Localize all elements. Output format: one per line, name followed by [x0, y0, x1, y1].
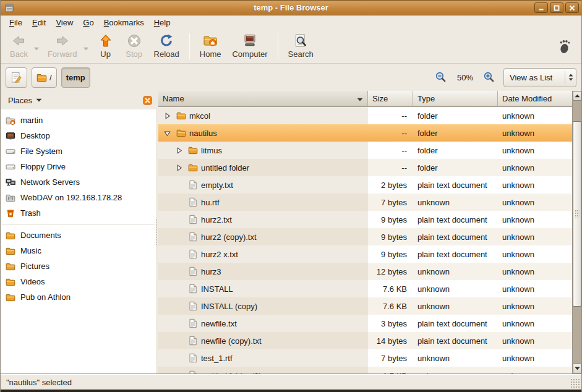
maximize-button[interactable]: [550, 2, 563, 13]
search-icon: [293, 33, 308, 48]
sidebar-item-pub-on-athlon[interactable]: Pub on Athlon: [1, 289, 156, 305]
zoom-out-button[interactable]: [435, 71, 447, 83]
file-row-untitled-folder[interactable]: untitled folder--folderunknown: [158, 159, 572, 176]
column-header-size[interactable]: Size: [368, 91, 413, 107]
close-sidebar-button[interactable]: [143, 96, 152, 105]
sidebar-item-webdav-on-192-168-178-28[interactable]: WebDAV on 192.168.178.28: [1, 190, 156, 205]
sidebar-item-label: File System: [20, 147, 62, 156]
file-row-hu-rtf[interactable]: hu.rtf7 bytesunknownunknown: [158, 194, 572, 211]
reload-icon: [159, 33, 174, 48]
file-row-hurz2-copy-txt[interactable]: hurz2 (copy).txt9 bytesplain text docume…: [158, 228, 572, 245]
menu-help[interactable]: Help: [149, 17, 176, 28]
trash-icon: [6, 208, 15, 218]
places-selector[interactable]: Places: [4, 95, 46, 106]
zoom-level: 50%: [451, 73, 479, 82]
arrow-up-icon: [575, 94, 580, 98]
minimize-button[interactable]: [534, 2, 548, 13]
sidebar-item-desktop[interactable]: Desktop: [1, 128, 156, 143]
file-row-install-copy-[interactable]: INSTALL (copy)7.6 KBunknownunknown: [158, 297, 572, 315]
menu-edit[interactable]: Edit: [27, 17, 51, 28]
up-button[interactable]: Up: [92, 31, 120, 61]
menu-file[interactable]: File: [4, 17, 27, 28]
scroll-down-button[interactable]: [573, 364, 581, 373]
expander-expanded-icon[interactable]: [161, 129, 173, 137]
close-button[interactable]: [565, 2, 579, 13]
file-row-install[interactable]: INSTALL7.6 KBunknownunknown: [158, 280, 572, 297]
search-button[interactable]: Search: [283, 31, 319, 61]
up-icon: [98, 33, 113, 48]
file-date-modified: unknown: [498, 194, 572, 211]
statusbar: "nautilus" selected: [1, 374, 581, 390]
computer-icon: [242, 33, 257, 48]
splitter-grip: [156, 219, 158, 246]
sidebar-item-label: Desktop: [20, 131, 50, 140]
sidebar-item-martin[interactable]: martin: [1, 113, 156, 128]
file-size: --: [368, 124, 413, 142]
menu-view[interactable]: View: [51, 17, 78, 28]
sidebar-item-documents[interactable]: Documents: [1, 228, 156, 243]
file-row-nautilus[interactable]: nautilus--folderunknown: [158, 124, 572, 142]
file-date-modified: unknown: [498, 211, 572, 228]
file-size: 9 bytes: [368, 245, 413, 263]
titlebar[interactable]: temp - File Browser: [1, 0, 581, 15]
column-header-type[interactable]: Type: [413, 91, 498, 107]
vertical-scrollbar[interactable]: [572, 91, 581, 373]
sidebar-item-network-servers[interactable]: Network Servers: [1, 174, 156, 190]
file-row-mkcol[interactable]: mkcol--folderunknown: [158, 107, 572, 124]
edit-location-button[interactable]: [6, 67, 27, 88]
file-type: folder: [413, 124, 498, 142]
sidebar-separator: [2, 224, 155, 224]
file-size: --: [368, 142, 413, 159]
zoom-in-button[interactable]: [483, 71, 495, 83]
expander-collapsed-icon[interactable]: [173, 164, 185, 172]
file-row-hurz3[interactable]: hurz312 bytesunknownunknown: [158, 263, 572, 280]
file-row-newfile-txt[interactable]: newfile.txt3 bytesplain text documentunk…: [158, 315, 572, 332]
file-row-test-1-rtf[interactable]: test_1.rtf7 bytesunknownunknown: [158, 349, 572, 367]
file-row-untitled-folder-2-[interactable]: untitled folder (2)1.7 KBunknownunknown: [158, 367, 572, 373]
text-file-icon: [188, 284, 198, 294]
menu-go[interactable]: Go: [78, 17, 98, 28]
sidebar-item-videos[interactable]: Videos: [1, 274, 156, 289]
file-date-modified: unknown: [498, 107, 572, 124]
pane-close-icon: [143, 96, 152, 105]
view-selector-value: View as List: [504, 73, 565, 82]
file-date-modified: unknown: [498, 159, 572, 176]
file-type: plain text document: [413, 228, 498, 245]
list-header: Name Size Type Date Modified: [158, 91, 572, 107]
reload-button[interactable]: Reload: [148, 31, 185, 61]
toolbar-separator: [189, 33, 190, 59]
view-selector[interactable]: View as List: [503, 68, 576, 87]
resize-grip[interactable]: [570, 378, 580, 388]
file-list-rows: mkcol--folderunknownnautilus--folderunkn…: [158, 107, 572, 373]
file-row-hurz2-txt[interactable]: hurz2.txt9 bytesplain text documentunkno…: [158, 211, 572, 228]
file-date-modified: unknown: [498, 315, 572, 332]
file-date-modified: unknown: [498, 245, 572, 263]
sidebar-item-file-system[interactable]: File System: [1, 143, 156, 159]
file-name: empty.txt: [201, 181, 233, 190]
text-file-icon: [188, 370, 198, 373]
path-button-root[interactable]: /: [32, 67, 57, 88]
file-type: unknown: [413, 263, 498, 280]
menu-bookmarks[interactable]: Bookmarks: [99, 17, 149, 28]
file-row-empty-txt[interactable]: empty.txt2 bytesplain text documentunkno…: [158, 176, 572, 194]
expander-collapsed-icon[interactable]: [161, 112, 173, 120]
file-row-litmus[interactable]: litmus--folderunknown: [158, 142, 572, 159]
sidebar-item-trash[interactable]: Trash: [1, 205, 156, 221]
sidebar-item-music[interactable]: Music: [1, 243, 156, 258]
text-file-icon: [188, 215, 198, 224]
sidebar-item-pictures[interactable]: Pictures: [1, 258, 156, 274]
expander-collapsed-icon[interactable]: [173, 147, 185, 155]
column-header-date-modified[interactable]: Date Modified: [498, 91, 572, 107]
scroll-up-button[interactable]: [573, 91, 581, 101]
file-row-newfile-copy-txt[interactable]: newfile (copy).txt14 bytesplain text doc…: [158, 332, 572, 349]
computer-button[interactable]: Computer: [226, 31, 273, 61]
home-button[interactable]: Home: [194, 31, 227, 61]
sidebar-item-floppy-drive[interactable]: Floppy Drive: [1, 159, 156, 174]
file-size: --: [368, 107, 413, 124]
file-size: 2 bytes: [368, 176, 413, 194]
path-button-current[interactable]: temp: [61, 67, 90, 88]
column-header-name[interactable]: Name: [158, 91, 368, 107]
file-row-hurz2-x-txt[interactable]: hurz2 x.txt9 bytesplain text documentunk…: [158, 245, 572, 263]
scrollbar-thumb[interactable]: [573, 121, 581, 307]
pane-splitter[interactable]: [156, 91, 158, 373]
